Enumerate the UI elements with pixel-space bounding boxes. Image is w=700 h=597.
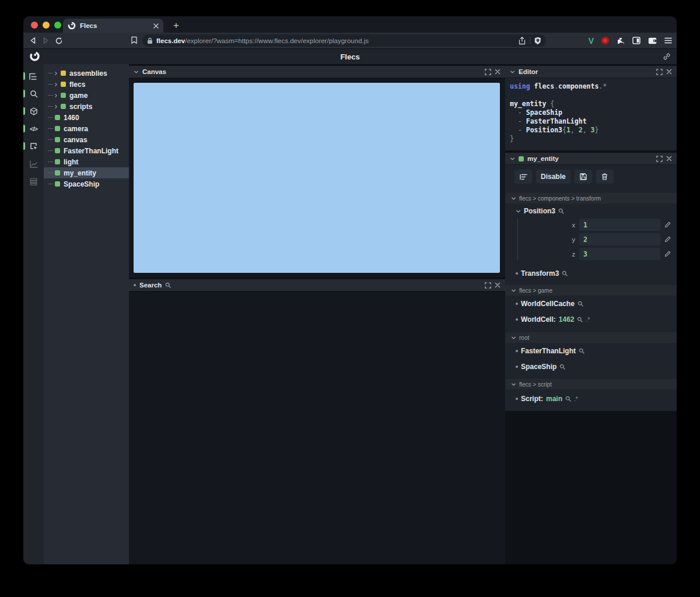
search-icon[interactable] (23, 87, 44, 100)
brave-shield-icon[interactable] (534, 37, 541, 45)
magnifier-icon[interactable] (565, 396, 571, 402)
package-icon[interactable] (23, 105, 44, 118)
inspect-icon[interactable] (23, 140, 44, 153)
code-icon[interactable]: </> (23, 122, 44, 135)
forward-icon[interactable] (42, 37, 50, 44)
magnifier-icon[interactable] (578, 301, 583, 307)
section-header[interactable]: flecs > components > transform (505, 193, 677, 203)
disable-button[interactable]: Disable (536, 170, 570, 184)
close-icon[interactable] (666, 69, 672, 75)
back-icon[interactable] (29, 37, 37, 44)
chart-icon[interactable] (23, 157, 44, 170)
expand-icon[interactable] (656, 156, 663, 162)
tree-item-canvas[interactable]: canvas (44, 134, 129, 145)
component-item-Position3[interactable]: Position3 (505, 206, 677, 216)
entity-panel-header[interactable]: my_entity (505, 153, 677, 165)
wallet-icon[interactable] (648, 37, 657, 44)
save-button[interactable] (575, 170, 592, 184)
tab-close-icon[interactable] (153, 23, 159, 29)
entity-color-dot (61, 71, 66, 76)
chevron-down-icon[interactable] (516, 209, 521, 214)
close-icon[interactable] (666, 156, 672, 161)
component-item-SpaceShip[interactable]: SpaceShip (505, 362, 677, 371)
search-panel-header[interactable]: Search (129, 279, 505, 292)
tree-item-my_entity[interactable]: my_entity (44, 167, 129, 178)
tree-item-assemblies[interactable]: assemblies (44, 68, 129, 79)
sidebar-toggle-icon[interactable] (632, 37, 640, 44)
pencil-icon[interactable] (664, 251, 671, 257)
pencil-icon[interactable] (664, 236, 671, 243)
expand-icon[interactable] (485, 69, 491, 75)
magnifier-icon[interactable] (562, 271, 568, 276)
tree-item-scripts[interactable]: scripts (44, 101, 129, 112)
tree-item-SpaceShip[interactable]: SpaceShip (44, 178, 129, 189)
puzzle-icon[interactable] (617, 37, 625, 45)
magnifier-icon[interactable] (559, 364, 565, 370)
pencil-icon[interactable] (664, 222, 671, 228)
canvas-panel-title: Canvas (142, 68, 166, 75)
new-tab-button[interactable]: + (169, 19, 183, 33)
canvas-panel-header[interactable]: Canvas (129, 66, 505, 78)
chevron-down-icon[interactable] (134, 69, 139, 75)
filter-button[interactable] (514, 170, 532, 184)
section-header[interactable]: root (505, 332, 677, 343)
section-path: flecs > script (519, 381, 552, 388)
tree-icon[interactable] (23, 70, 44, 83)
close-icon[interactable] (495, 282, 501, 288)
chevron-right-icon[interactable] (54, 71, 58, 76)
tree-item-label: game (69, 92, 88, 100)
zoom-window-button[interactable] (54, 22, 61, 29)
tree-item-1460[interactable]: 1460 (44, 112, 129, 123)
share-icon[interactable] (519, 37, 526, 45)
tree-connector (48, 139, 53, 140)
red-extension-icon[interactable] (601, 37, 609, 44)
vue-devtools-icon[interactable]: V (589, 36, 594, 45)
tree-item-light[interactable]: light (44, 156, 129, 167)
chevron-right-icon[interactable] (54, 104, 58, 109)
section-header[interactable]: flecs > script (505, 379, 677, 389)
field-input-x[interactable]: 1 (579, 219, 660, 231)
expand-icon[interactable] (656, 69, 663, 75)
tree-item-camera[interactable]: camera (44, 123, 129, 134)
chevron-down-icon[interactable] (511, 196, 516, 201)
url-text: flecs.dev/explorer/?wasm=https://www.fle… (156, 37, 515, 44)
component-item-Script[interactable]: Script:main.* (505, 394, 677, 403)
field-input-y[interactable]: 2 (579, 233, 660, 245)
component-item-WorldCell[interactable]: WorldCell:1462.* (505, 315, 677, 324)
field-input-z[interactable]: 3 (579, 248, 660, 260)
delete-button[interactable] (596, 170, 614, 184)
minimize-window-button[interactable] (43, 22, 50, 29)
link-icon[interactable] (663, 52, 671, 61)
url-bar[interactable]: flecs.dev/explorer/?wasm=https://www.fle… (142, 34, 546, 47)
magnifier-icon[interactable] (579, 348, 584, 354)
chevron-down-icon[interactable] (511, 288, 516, 293)
chevron-right-icon[interactable] (54, 93, 58, 98)
tree-item-game[interactable]: game (44, 90, 129, 101)
chevron-down-icon[interactable] (510, 156, 515, 161)
menu-icon[interactable] (664, 37, 672, 44)
reload-icon[interactable] (55, 37, 63, 45)
entity-toolbar: Disable (514, 170, 677, 184)
close-window-button[interactable] (31, 22, 38, 29)
close-icon[interactable] (495, 69, 501, 75)
section-header[interactable]: flecs > game (505, 285, 677, 296)
expand-icon[interactable] (485, 282, 491, 289)
component-item-Transform3[interactable]: Transform3 (505, 269, 677, 278)
tree-item-flecs[interactable]: flecs (44, 79, 129, 90)
chevron-down-icon[interactable] (511, 382, 516, 387)
chevron-right-icon[interactable] (54, 82, 58, 87)
browser-tab[interactable]: Flecs (63, 19, 163, 33)
component-name: WorldCell: (521, 315, 556, 324)
editor-panel-header[interactable]: Editor (505, 66, 677, 78)
component-item-FasterThanLight[interactable]: FasterThanLight (505, 346, 677, 356)
rows-icon[interactable] (23, 175, 44, 188)
chevron-down-icon[interactable] (511, 335, 516, 340)
render-canvas[interactable] (134, 83, 500, 273)
bookmark-icon[interactable] (131, 36, 138, 44)
magnifier-icon[interactable] (577, 317, 583, 322)
tree-item-FasterThanLight[interactable]: FasterThanLight (44, 145, 129, 156)
component-item-WorldCellCache[interactable]: WorldCellCache (505, 299, 677, 308)
script-editor[interactable]: using flecs.components.*my_entity { - Sp… (505, 78, 677, 150)
chevron-down-icon[interactable] (510, 69, 515, 75)
magnifier-icon[interactable] (558, 208, 564, 214)
